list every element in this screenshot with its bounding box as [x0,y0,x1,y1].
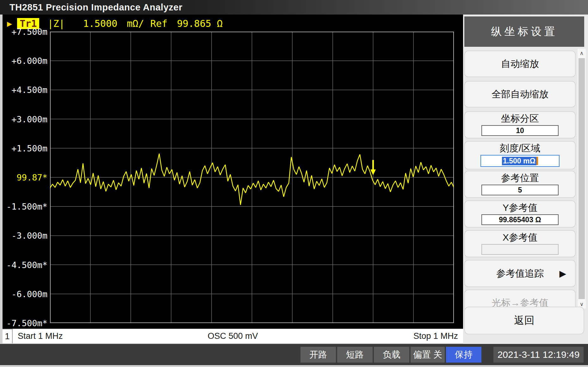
y-axis-label: -3.000m [11,231,47,241]
y-axis-label: +3.000m [11,114,47,124]
scrollbar-track[interactable] [579,58,585,299]
divisions-input[interactable]: 10 [481,125,559,136]
bias-off-button[interactable]: 偏置 关 [411,347,445,363]
x-ref-label: X参考值 [465,232,575,243]
y-axis-label: +7.500m [11,27,47,37]
y-axis-label: +1.500m [11,143,47,153]
ref-position-panel[interactable]: 参考位置 5 [464,171,576,198]
impedance-plot [50,32,454,323]
sweep-start-label: Start 1 MHz [18,331,63,341]
y-axis-label: -4.500m* [6,260,47,270]
trace-parameter: |Z| [47,18,65,29]
ref-tracking-label: 参考值追踪 [496,267,544,280]
menu-title: 纵坐标设置 [464,16,584,47]
y-axis-label: 99.87* [16,173,47,182]
auto-scale-label: 自动缩放 [501,58,539,70]
y-ref-panel[interactable]: Y参考值 99.865403 Ω [464,200,576,228]
y-axis-label: -6.000m [11,289,47,299]
divisions-panel[interactable]: 坐标分区 10 [464,111,576,138]
correction-status-bar: 开路 短路 负载 偏置 关 保持 2021-3-11 12:19:49 [0,344,588,365]
ref-position-input[interactable]: 5 [481,185,559,195]
auto-scale-all-label: 全部自动缩放 [492,88,548,101]
y-ref-label: Y参考值 [465,202,575,213]
load-correction-button[interactable]: 负载 [374,347,409,363]
x-ref-input[interactable] [481,244,559,255]
y-axis-label: +6.000m [11,56,47,66]
title-bar: TH2851 Precision Impedance Analyzer [0,0,588,15]
softkey-menu: 纵坐标设置 自动缩放 全部自动缩放 坐标分区 10 刻度/区域 1.500 mΩ… [463,15,588,344]
osc-level-label: OSC 500 mV [207,331,258,341]
x-ref-panel[interactable]: X参考值 [464,230,576,257]
y-axis-labels: +7.500m+6.000m+4.500m+3.000m+1.500m99.87… [3,32,48,323]
hold-button[interactable]: 保持 [446,347,481,363]
text-caret [536,157,538,165]
ref-position-label: 参考位置 [465,173,575,183]
y-axis-label: -7.500m* [6,318,47,328]
clock: 2021-3-11 12:19:49 [493,347,584,363]
trace-scale-unit: mΩ/ [127,18,144,29]
y-axis-label: +4.500m [11,85,47,95]
menu-scrollbar[interactable]: ∧ ∨ [578,49,586,309]
short-correction-button[interactable]: 短路 [337,347,373,363]
sweep-status-strip: 1 Start 1 MHz OSC 500 mV Stop 1 MHz [3,329,463,343]
auto-scale-all-button[interactable]: 全部自动缩放 [464,81,576,107]
trace-ref-word: Ref [150,18,167,29]
open-correction-button[interactable]: 开路 [300,347,336,363]
auto-scale-button[interactable]: 自动缩放 [464,51,576,77]
selected-text: 1.500 mΩ [502,157,536,165]
scale-per-div-panel[interactable]: 刻度/区域 1.500 mΩ [464,141,576,169]
y-ref-input[interactable]: 99.865403 Ω [481,214,559,225]
back-label: 返回 [514,314,535,327]
scroll-up-icon[interactable]: ∧ [578,49,586,58]
analyzer-screen: TH2851 Precision Impedance Analyzer ▶ Tr… [0,0,588,367]
channel-number: 1 [3,329,13,343]
window-title: TH2851 Precision Impedance Analyzer [9,2,183,13]
scale-per-div-label: 刻度/区域 [465,143,575,154]
scrollbar-thumb[interactable] [579,58,585,299]
measurement-display: ▶ Tr1 |Z| 1.5000 mΩ/ Ref 99.865 Ω +7.500… [3,15,463,329]
sweep-stop-label: Stop 1 MHz [413,331,458,341]
back-button[interactable]: 返回 [464,307,584,334]
scale-per-div-input[interactable]: 1.500 mΩ [480,155,560,167]
submenu-arrow-icon: ▶ [559,268,566,279]
divisions-label: 坐标分区 [465,113,575,124]
y-axis-label: -1.500m* [6,202,47,211]
ref-tracking-button[interactable]: 参考值追踪 ▶ [464,260,576,287]
trace-scale-value: 1.5000 [83,18,117,29]
trace-ref-value: 99.865 Ω [177,18,223,29]
trace-marker-arrow-icon [370,160,376,175]
